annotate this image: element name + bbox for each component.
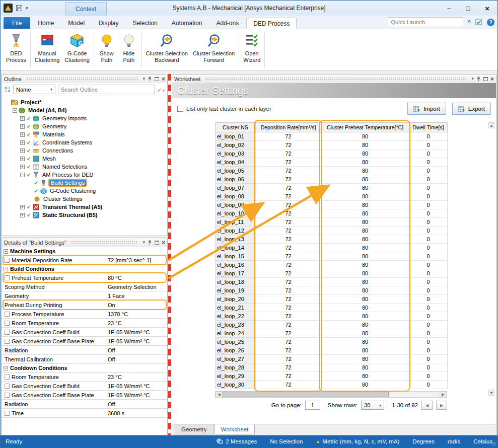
row-name-cell[interactable]: el_loop_25 [216,338,256,346]
table-cell[interactable]: 72 [256,132,321,141]
table-cell[interactable]: 72 [256,209,321,218]
details-value[interactable]: 23 °C [105,319,167,327]
table-cell[interactable]: 72 [256,329,321,338]
tab-file[interactable]: File [4,17,30,29]
table-cell[interactable]: 0 [409,175,448,184]
export-button[interactable]: Export [452,103,491,115]
ribbon-button-cluster-selection-backward[interactable]: Cluster SelectionBackward [144,31,190,69]
table-cell[interactable]: 80 [321,295,409,304]
row-name-cell[interactable]: el_loop_26 [216,346,256,355]
table-cell[interactable]: 80 [321,192,409,201]
details-group-build-conditions[interactable]: −Build Conditions [2,265,167,273]
quick-access-dropdown-icon[interactable]: ▾ [26,6,28,11]
collapse-icon[interactable]: − [4,366,8,370]
row-name-cell[interactable]: el_loop_27 [216,355,256,363]
import-button[interactable]: Import [407,103,446,115]
row-name-cell[interactable]: el_loop_18 [216,278,256,286]
table-cell[interactable]: 80 [321,218,409,227]
table-cell[interactable]: 72 [256,192,321,201]
checkbox[interactable] [5,375,10,380]
table-cell[interactable]: 0 [409,269,448,278]
column-header[interactable]: Cluster Preheat Temperature[°C] [321,123,409,132]
expand-minus-icon[interactable]: − [13,108,17,113]
row-name-cell[interactable]: el_loop_20 [216,295,256,304]
details-value[interactable]: 1370 °C [105,310,167,318]
table-cell[interactable]: 0 [409,346,448,355]
collapse-icon[interactable]: − [4,267,8,271]
table-cell[interactable]: 80 [321,132,409,141]
last-cluster-checkbox[interactable] [177,106,183,112]
tab-geometry[interactable]: Geometry [175,424,214,434]
table-cell[interactable]: 0 [409,261,448,269]
tab-home[interactable]: Home [31,17,60,29]
table-cell[interactable]: 0 [409,192,448,201]
tab-automation[interactable]: Automation [165,17,209,29]
row-name-cell[interactable]: el_loop_23 [216,321,256,329]
details-value[interactable]: 1E-05 W/mm².°C [105,337,167,345]
tab-worksheet[interactable]: Worksheet [215,424,255,434]
table-cell[interactable]: 0 [409,312,448,321]
table-cell[interactable]: 72 [256,304,321,312]
details-value[interactable]: Geometry Selection [105,282,167,291]
panel-menu-icon[interactable]: ▾ [143,77,145,81]
row-name-cell[interactable]: el_loop_01 [216,132,256,141]
row-name-cell[interactable]: el_loop_30 [216,381,256,389]
table-cell[interactable]: 72 [256,167,321,175]
table-cell[interactable]: 72 [256,381,321,389]
table-cell[interactable]: 72 [256,372,321,381]
table-cell[interactable]: 0 [409,295,448,304]
table-cell[interactable]: 72 [256,286,321,295]
collapse-icon[interactable]: − [4,249,8,254]
table-cell[interactable]: 80 [321,304,409,312]
table-cell[interactable]: 72 [256,321,321,329]
ribbon-button-manual-clustering[interactable]: ManualClustering [32,31,62,69]
expand-plus-icon[interactable]: + [20,116,25,121]
table-cell[interactable]: 0 [409,235,448,244]
table-cell[interactable]: 80 [321,141,409,150]
checkbox[interactable] [5,275,10,280]
row-name-cell[interactable]: el_loop_04 [216,158,256,167]
expand-plus-icon[interactable]: + [20,132,25,137]
row-name-cell[interactable]: el_loop_22 [216,312,256,321]
row-name-cell[interactable]: el_loop_13 [216,235,256,244]
table-cell[interactable]: 0 [409,227,448,235]
filter-flyout-icon[interactable]: ✓▾ [157,85,165,94]
details-value[interactable]: Off [105,346,167,354]
table-cell[interactable]: 80 [321,278,409,286]
table-cell[interactable]: 0 [409,329,448,338]
table-cell[interactable]: 80 [321,286,409,295]
table-cell[interactable]: 0 [409,201,448,209]
tree-item-build-settings[interactable]: ✓Build Settings [3,179,166,187]
tree-item-named-selections[interactable]: +✓Named Selections [3,163,166,171]
table-cell[interactable]: 72 [256,235,321,244]
close-panel-icon[interactable]: × [162,240,165,246]
pin-icon[interactable] [148,77,152,82]
float-panel-icon[interactable] [155,77,159,81]
expand-plus-icon[interactable]: + [20,165,25,169]
table-cell[interactable]: 80 [321,209,409,218]
checkbox[interactable] [5,312,10,317]
table-cell[interactable]: 0 [409,286,448,295]
scroll-right-icon[interactable]: ▶ [440,392,447,397]
tree-item-connections[interactable]: +✓Connections [3,146,166,155]
table-cell[interactable]: 0 [409,167,448,175]
table-cell[interactable]: 72 [256,244,321,252]
details-group-cooldown-conditions[interactable]: −Cooldown Conditions [2,364,167,372]
details-value[interactable]: 1E-05 W/mm².°C [105,391,167,399]
close-button[interactable]: × [485,4,489,13]
details-value[interactable]: 1 Face [105,291,167,300]
table-cell[interactable]: 80 [321,184,409,192]
row-name-cell[interactable]: el_loop_06 [216,175,256,184]
table-cell[interactable]: 80 [321,321,409,329]
table-cell[interactable]: 80 [321,158,409,167]
minimize-button[interactable]: – [447,5,451,12]
table-cell[interactable]: 0 [409,363,448,372]
column-header[interactable]: Deposition Rate[mm³/s] [256,123,321,132]
table-cell[interactable]: 80 [321,312,409,321]
details-value[interactable]: On [105,301,167,309]
row-name-cell[interactable]: el_loop_07 [216,184,256,192]
scroll-down-icon[interactable]: ▼ [488,390,494,396]
details-value[interactable]: 80 °C [105,273,167,282]
table-cell[interactable]: 80 [321,227,409,235]
ribbon-button-hide-path[interactable]: HidePath [118,31,140,69]
